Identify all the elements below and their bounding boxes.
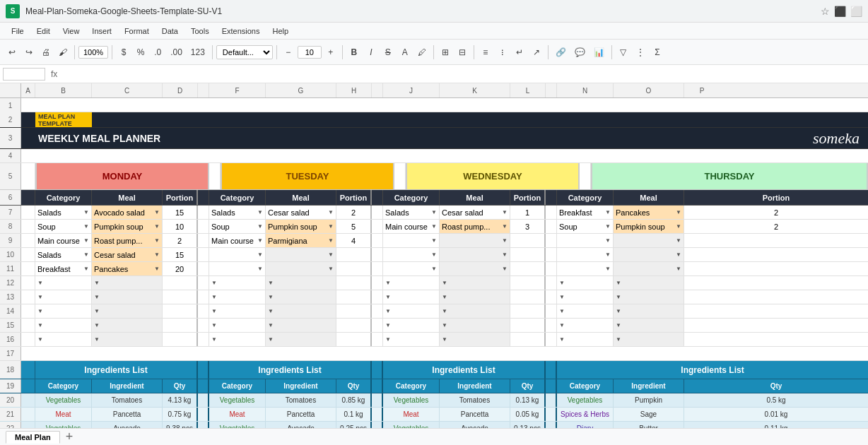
r11-thu-cat[interactable]: ▼ [557, 262, 614, 275]
r7-tue-cat[interactable]: Salads▼ [209, 206, 266, 219]
highlight-button[interactable]: 🖊 [414, 43, 430, 61]
col-header-l[interactable]: L [510, 83, 546, 97]
r8-thu-portion[interactable]: 2 [684, 220, 868, 233]
r11-thu-meal[interactable]: ▼ [614, 262, 684, 275]
r10-wed-meal[interactable]: ▼ [440, 248, 510, 261]
r11-mon-cat[interactable]: Breakfast▼ [35, 262, 92, 275]
r11-wed-meal[interactable]: ▼ [440, 262, 510, 275]
r10-tue-portion[interactable] [336, 248, 372, 261]
col-header-d[interactable]: D [163, 83, 198, 97]
r8-thu-cat[interactable]: Soup▼ [557, 220, 614, 233]
star-icon[interactable]: ☆ [821, 6, 830, 17]
menu-help[interactable]: Help [266, 25, 294, 37]
redo-button[interactable]: ↪ [21, 43, 37, 61]
r7-mon-portion[interactable]: 15 [163, 206, 198, 219]
r11-tue-cat[interactable]: ▼ [209, 262, 266, 275]
r9-wed-portion[interactable] [510, 234, 546, 247]
col-header-j[interactable]: J [383, 83, 440, 97]
filter-button[interactable]: ▽ [616, 43, 631, 61]
rotate-button[interactable]: ↗ [529, 43, 544, 61]
r9-mon-cat[interactable]: Main course▼ [35, 234, 92, 247]
col-header-h[interactable]: H [336, 83, 372, 97]
col-header-k[interactable]: K [440, 83, 510, 97]
link-button[interactable]: 🔗 [552, 43, 570, 61]
r9-thu-cat[interactable]: ▼ [557, 234, 614, 247]
r8-mon-portion[interactable]: 10 [163, 220, 198, 233]
r7-wed-cat[interactable]: Salads▼ [383, 206, 440, 219]
r7-mon-meal[interactable]: Avocado salad▼ [92, 206, 163, 219]
undo-button[interactable]: ↩ [4, 43, 20, 61]
r8-wed-portion[interactable]: 3 [510, 220, 546, 233]
menu-tools[interactable]: Tools [185, 25, 215, 37]
r9-mon-meal[interactable]: Roast pump...▼ [92, 234, 163, 247]
r9-tue-meal[interactable]: Parmigiana▼ [266, 234, 336, 247]
col-header-a[interactable]: A [21, 83, 35, 97]
r10-tue-cat[interactable]: ▼ [209, 248, 266, 261]
r8-wed-cat[interactable]: Main course▼ [383, 220, 440, 233]
valign-button[interactable]: ⫶ [495, 43, 510, 61]
r10-thu-cat[interactable]: ▼ [557, 248, 614, 261]
format-123-button[interactable]: 123 [187, 43, 209, 61]
r9-tue-cat[interactable]: Main course▼ [209, 234, 266, 247]
col-header-b[interactable]: B [35, 83, 92, 97]
grid-scroll[interactable]: 1 2 MEAL PLAN TEMPLATE 3 [0, 98, 868, 428]
r9-mon-portion[interactable]: 2 [163, 234, 198, 247]
font-size-input[interactable] [298, 46, 322, 59]
r7-tue-meal[interactable]: Cesar salad▼ [266, 206, 336, 219]
r11-thu-portion[interactable] [684, 262, 868, 275]
r9-thu-meal[interactable]: ▼ [614, 234, 684, 247]
r8-tue-cat[interactable]: Soup▼ [209, 220, 266, 233]
col-header-g[interactable]: G [266, 83, 336, 97]
r10-mon-meal[interactable]: Cesar salad▼ [92, 248, 163, 261]
r7-tue-portion[interactable]: 2 [336, 206, 372, 219]
add-sheet-button[interactable]: + [63, 429, 76, 444]
halign-button[interactable]: ≡ [478, 43, 493, 61]
menu-data[interactable]: Data [156, 25, 184, 37]
r9-tue-portion[interactable]: 4 [336, 234, 372, 247]
r8-mon-meal[interactable]: Pumpkin soup▼ [92, 220, 163, 233]
r7-wed-meal[interactable]: Cesar salad▼ [440, 206, 510, 219]
text-color-button[interactable]: A [397, 43, 413, 61]
sheet-tab-meal-plan[interactable]: Meal Plan [6, 431, 60, 444]
r10-mon-portion[interactable]: 15 [163, 248, 198, 261]
col-header-c[interactable]: C [92, 83, 163, 97]
r8-mon-cat[interactable]: Soup▼ [35, 220, 92, 233]
r11-mon-meal[interactable]: Pancakes▼ [92, 262, 163, 275]
r8-thu-meal[interactable]: Pumpkin soup▼ [614, 220, 684, 233]
bold-button[interactable]: B [346, 43, 362, 61]
r7-wed-portion[interactable]: 1 [510, 206, 546, 219]
menu-view[interactable]: View [57, 25, 86, 37]
r9-wed-cat[interactable]: ▼ [383, 234, 440, 247]
menu-file[interactable]: File [6, 25, 30, 37]
font-increase-button[interactable]: + [323, 43, 339, 61]
r9-thu-portion[interactable] [684, 234, 868, 247]
r10-wed-portion[interactable] [510, 248, 546, 261]
r10-wed-cat[interactable]: ▼ [383, 248, 440, 261]
share-icon[interactable]: ⬜ [850, 6, 862, 17]
borders-button[interactable]: ⊞ [438, 43, 453, 61]
r8-wed-meal[interactable]: Roast pump...▼ [440, 220, 510, 233]
r11-tue-meal[interactable]: ▼ [266, 262, 336, 275]
r7-thu-cat[interactable]: Breakfast▼ [557, 206, 614, 219]
formula-input[interactable] [63, 69, 865, 80]
merge-button[interactable]: ⊟ [454, 43, 470, 61]
r8-tue-meal[interactable]: Pumpkin soup▼ [266, 220, 336, 233]
r11-mon-portion[interactable]: 20 [163, 262, 198, 275]
wrap-button[interactable]: ↵ [512, 43, 527, 61]
menu-insert[interactable]: Insert [86, 25, 117, 37]
r10-thu-meal[interactable]: ▼ [614, 248, 684, 261]
currency-button[interactable]: $ [116, 43, 131, 61]
menu-extensions[interactable]: Extensions [216, 25, 266, 37]
r7-thu-portion[interactable]: 2 [684, 206, 868, 219]
r11-wed-cat[interactable]: ▼ [383, 262, 440, 275]
comment-button[interactable]: 💬 [571, 43, 589, 61]
r7-thu-meal[interactable]: Pancakes▼ [614, 206, 684, 219]
font-selector[interactable]: Default... [216, 45, 273, 59]
font-decrease-button[interactable]: − [281, 43, 296, 61]
more-button[interactable]: ⋮ [633, 43, 648, 61]
col-header-f[interactable]: F [209, 83, 266, 97]
chart-button[interactable]: 📊 [590, 43, 608, 61]
menu-edit[interactable]: Edit [31, 25, 56, 37]
zoom-control[interactable]: 100% [78, 46, 108, 59]
col-header-n[interactable]: N [557, 83, 614, 97]
